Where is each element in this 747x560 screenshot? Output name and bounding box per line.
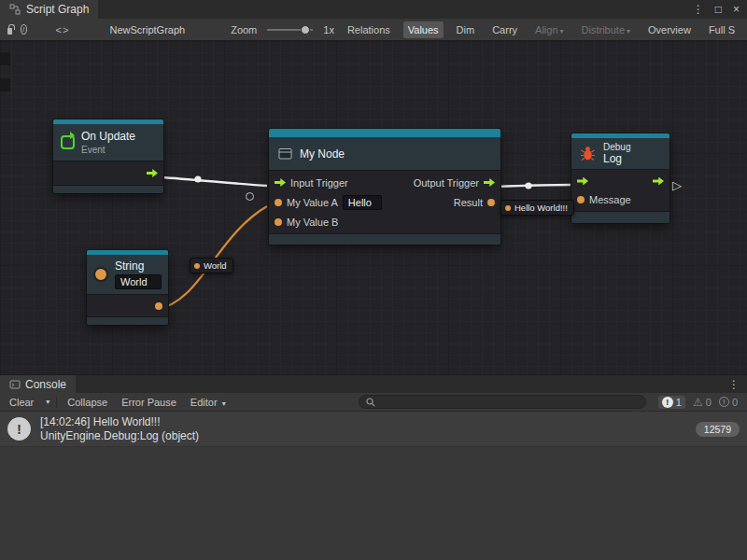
clear-label: Clear bbox=[9, 397, 34, 408]
toolbar-divider bbox=[56, 397, 57, 408]
node-header: String bbox=[87, 255, 168, 294]
value-a-port[interactable] bbox=[275, 199, 282, 206]
align-caret-icon: ▾ bbox=[560, 27, 564, 35]
info-icon[interactable]: i bbox=[21, 24, 27, 35]
tab-script-graph[interactable]: Script Graph bbox=[0, 0, 98, 19]
output-trigger-port[interactable] bbox=[484, 178, 495, 187]
node-title: String bbox=[115, 259, 162, 273]
relations-button[interactable]: Relations bbox=[343, 21, 395, 38]
value-a-input[interactable] bbox=[343, 195, 382, 210]
console-menu-icon[interactable]: ⋮ bbox=[728, 375, 747, 393]
console-tab-bar: Console ⋮ bbox=[0, 374, 747, 393]
input-trigger-port[interactable] bbox=[275, 178, 286, 187]
wire-mynode-to-debug[interactable] bbox=[495, 185, 571, 187]
wire-onupdate-to-mynode[interactable] bbox=[161, 177, 267, 186]
zoom-slider[interactable] bbox=[267, 29, 313, 31]
error-filter-badge[interactable]: ! 0 bbox=[719, 397, 738, 408]
node-title: Log bbox=[603, 152, 630, 165]
window-tab-bar: Script Graph ⋮ □ × bbox=[0, 0, 747, 19]
console-badges: ! 1 ⚠ 0 ! 0 bbox=[658, 396, 741, 409]
dim-button[interactable]: Dim bbox=[452, 21, 480, 38]
collapse-button[interactable]: Collapse bbox=[63, 395, 111, 410]
string-value-input[interactable] bbox=[115, 274, 162, 289]
log-line-2: UnityEngine.Debug:Log (object) bbox=[40, 429, 199, 442]
console-search[interactable] bbox=[359, 395, 646, 409]
info-count: 1 bbox=[676, 397, 682, 408]
values-button[interactable]: Values bbox=[403, 21, 444, 38]
align-button[interactable]: Align▾ bbox=[530, 21, 568, 38]
graph-name-label: NewScriptGraph bbox=[109, 24, 185, 35]
node-header: Debug Log bbox=[571, 138, 669, 169]
zoom-label: Zoom bbox=[231, 24, 257, 35]
node-subtitle: Debug bbox=[603, 142, 630, 152]
distribute-label: Distribute bbox=[582, 24, 625, 35]
tab-console[interactable]: Console bbox=[0, 375, 76, 393]
zoom-slider-knob[interactable] bbox=[301, 25, 310, 35]
info-filter-badge[interactable]: ! 1 bbox=[658, 396, 685, 409]
console-log-entry[interactable]: ! [14:02:46] Hello World!!! UnityEngine.… bbox=[0, 412, 747, 447]
value-output-port[interactable] bbox=[155, 302, 162, 310]
node-on-update[interactable]: On Update Event bbox=[53, 119, 163, 193]
log-text: [14:02:46] Hello World!!! UnityEngine.De… bbox=[40, 415, 199, 442]
node-header: On Update Event bbox=[53, 124, 163, 161]
error-count: 0 bbox=[732, 397, 738, 408]
flow-output-port[interactable] bbox=[653, 177, 664, 186]
console-search-input[interactable] bbox=[379, 397, 639, 408]
node-footer bbox=[53, 185, 163, 193]
edit-code-icon[interactable]: <> bbox=[56, 24, 70, 35]
play-indicator-icon: ▷ bbox=[672, 178, 682, 192]
console-icon bbox=[9, 379, 21, 390]
unconnected-port-indicator[interactable] bbox=[246, 192, 254, 201]
error-pause-button[interactable]: Error Pause bbox=[118, 395, 180, 410]
node-footer bbox=[87, 316, 168, 325]
node-title: On Update bbox=[81, 130, 135, 143]
wire-dot-flow-2 bbox=[525, 182, 531, 189]
flow-output-port[interactable] bbox=[147, 169, 158, 177]
wire-value-world-label: World bbox=[204, 260, 227, 271]
value-dot-icon bbox=[505, 205, 511, 211]
bug-icon bbox=[579, 145, 597, 162]
flow-input-port[interactable] bbox=[577, 177, 588, 186]
lock-icon[interactable] bbox=[7, 28, 12, 35]
node-my-node[interactable]: My Node Input Trigger Output Trigger My … bbox=[269, 129, 500, 245]
distribute-button[interactable]: Distribute▾ bbox=[577, 21, 635, 38]
node-footer bbox=[571, 211, 669, 223]
window-maximize-icon[interactable]: □ bbox=[715, 3, 722, 16]
result-port[interactable] bbox=[487, 199, 495, 206]
result-label: Result bbox=[454, 197, 483, 208]
clear-button[interactable]: Clear bbox=[6, 395, 37, 410]
wire-dot-flow-1 bbox=[194, 175, 201, 182]
window-controls: ⋮ □ × bbox=[693, 0, 747, 19]
search-icon bbox=[366, 398, 375, 407]
string-literal-icon bbox=[93, 267, 108, 282]
window-close-icon[interactable]: × bbox=[733, 3, 740, 16]
clear-caret-icon[interactable]: ▾ bbox=[46, 398, 49, 406]
value-b-port[interactable] bbox=[275, 218, 282, 226]
node-string[interactable]: String bbox=[87, 250, 168, 325]
node-header: My Node bbox=[269, 137, 500, 170]
message-port[interactable] bbox=[577, 196, 585, 203]
wire-value-bubble-world: World bbox=[190, 258, 233, 273]
input-trigger-label: Input Trigger bbox=[290, 177, 348, 189]
window-menu-icon[interactable]: ⋮ bbox=[693, 3, 704, 16]
console-empty-area[interactable] bbox=[0, 447, 747, 560]
graph-canvas[interactable]: On Update Event String bbox=[0, 41, 747, 374]
align-label: Align bbox=[535, 24, 557, 35]
script-graph-icon bbox=[9, 4, 21, 15]
fullscreen-button[interactable]: Full S bbox=[704, 21, 740, 38]
carry-button[interactable]: Carry bbox=[487, 21, 522, 38]
zoom-value: 1x bbox=[323, 24, 334, 35]
warning-filter-badge[interactable]: ⚠ 0 bbox=[693, 397, 712, 408]
node-debug-log[interactable]: Debug Log Message bbox=[571, 133, 669, 223]
overview-button[interactable]: Overview bbox=[643, 21, 696, 38]
update-loop-icon bbox=[61, 135, 75, 149]
editor-button[interactable]: Editor ▾ bbox=[187, 395, 230, 410]
node-header-strip bbox=[269, 129, 500, 137]
graph-toolbar: i <> NewScriptGraph Zoom 1x Relations Va… bbox=[0, 19, 747, 41]
editor-caret-icon: ▾ bbox=[222, 399, 226, 408]
node-subtitle: Event bbox=[81, 145, 135, 155]
tab-script-graph-label: Script Graph bbox=[26, 3, 89, 16]
console-toolbar: Clear ▾ Collapse Error Pause Editor ▾ ! … bbox=[0, 393, 747, 412]
message-label: Message bbox=[589, 194, 631, 205]
value-b-label: My Value B bbox=[287, 217, 338, 228]
